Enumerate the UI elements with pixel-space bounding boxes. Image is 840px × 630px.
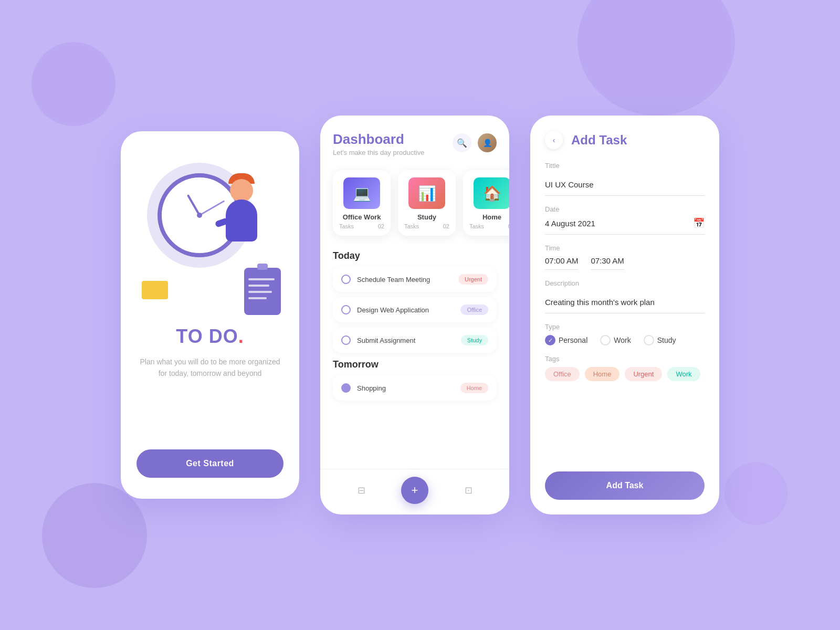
tags-field-group: Tags Office Home Urgent Work xyxy=(545,355,705,381)
task-badge-2: Study xyxy=(461,335,488,345)
task-name-3: Shopping xyxy=(357,384,386,392)
task-left-3: Shopping xyxy=(341,383,386,393)
title-label: Tittle xyxy=(545,162,705,170)
type-personal[interactable]: ✓ Personal xyxy=(545,335,587,345)
today-heading: Today xyxy=(333,250,497,261)
type-study[interactable]: Study xyxy=(644,335,676,345)
home-name: Home xyxy=(469,213,509,221)
tag-urgent[interactable]: Urgent xyxy=(625,367,662,381)
tomorrow-heading: Tomorrow xyxy=(333,359,497,370)
nav-list-icon: ⊡ xyxy=(465,485,472,496)
add-task-title: Add Task xyxy=(571,133,627,148)
app-container: TO DO. Plan what you will do to be more … xyxy=(121,116,719,514)
home-icon: 🏠 xyxy=(474,177,509,209)
tag-home[interactable]: Home xyxy=(585,367,620,381)
user-avatar[interactable]: 👤 xyxy=(478,133,497,152)
task-circle-2[interactable] xyxy=(341,335,351,345)
date-value: 4 August 2021 xyxy=(545,219,595,228)
date-label: Date xyxy=(545,205,705,213)
type-options: ✓ Personal Work Study xyxy=(545,335,705,345)
search-icon: 🔍 xyxy=(457,138,467,148)
time-end[interactable]: 07:30 AM xyxy=(591,256,624,270)
avatar-initials: 👤 xyxy=(478,133,497,152)
tag-office[interactable]: Office xyxy=(545,367,580,381)
dashboard-title-group: Dashboard Let's make this day productive xyxy=(333,131,424,156)
dashboard-subtitle: Let's make this day productive xyxy=(333,149,424,156)
type-work-label: Work xyxy=(614,336,631,344)
type-work-check xyxy=(600,335,611,345)
nav-add-button[interactable]: + xyxy=(401,477,428,504)
back-button[interactable]: ‹ xyxy=(545,131,563,149)
category-cards: 💻 Office Work Tasks 02 📊 Study Tasks 02 … xyxy=(320,165,509,244)
search-button[interactable]: 🔍 xyxy=(453,133,471,152)
office-work-tasks: Tasks 02 xyxy=(339,223,384,229)
time-field-group: Time 07:00 AM 07:30 AM xyxy=(545,244,705,270)
description-field-group: Description Creating this month's work p… xyxy=(545,279,705,313)
task-item-0[interactable]: Schedule Team Meeting Urgent xyxy=(333,267,497,292)
character-illustration xyxy=(215,158,278,252)
task-name-1: Design Web Application xyxy=(357,306,429,314)
todo-title: TO DO. xyxy=(176,326,244,348)
bg-decoration-4 xyxy=(724,462,788,525)
category-card-study[interactable]: 📊 Study Tasks 02 xyxy=(398,170,456,236)
type-study-check xyxy=(644,335,654,345)
home-tasks: Tasks 02 xyxy=(469,223,509,229)
nav-list-button[interactable]: ⊡ xyxy=(458,480,479,501)
date-input[interactable]: 4 August 2021 📅 xyxy=(545,217,705,235)
bg-decoration-2 xyxy=(32,42,116,126)
bg-decoration-1 xyxy=(578,0,735,116)
task-circle-1[interactable] xyxy=(341,305,351,314)
type-work[interactable]: Work xyxy=(600,335,631,345)
tag-work[interactable]: Work xyxy=(667,367,700,381)
task-name-2: Submit Assignment xyxy=(357,337,415,344)
study-name: Study xyxy=(404,213,449,221)
dashboard-header: Dashboard Let's make this day productive… xyxy=(320,116,509,165)
nav-home-button[interactable]: ⊟ xyxy=(351,480,372,501)
description-label: Description xyxy=(545,279,705,287)
category-card-office-work[interactable]: 💻 Office Work Tasks 02 xyxy=(333,170,391,236)
type-label: Type xyxy=(545,323,705,331)
task-left-1: Design Web Application xyxy=(341,305,429,314)
tags-row: Office Home Urgent Work xyxy=(545,367,705,381)
dashboard-title: Dashboard xyxy=(333,131,424,148)
task-item-1[interactable]: Design Web Application Office xyxy=(333,297,497,322)
task-badge-3: Home xyxy=(460,383,488,393)
title-field-group: Tittle UI UX Course xyxy=(545,162,705,196)
todo-title-text: TO DO xyxy=(176,326,238,347)
time-end-block: 07:30 AM xyxy=(591,256,624,270)
illustration-area xyxy=(136,152,284,320)
date-field-group: Date 4 August 2021 📅 xyxy=(545,205,705,235)
time-label: Time xyxy=(545,244,705,252)
category-card-home[interactable]: 🏠 Home Tasks 02 xyxy=(463,170,509,236)
clipboard-line-1 xyxy=(248,278,275,280)
envelope-illustration xyxy=(142,281,168,299)
clipboard-top xyxy=(257,264,268,270)
dashboard-screen: Dashboard Let's make this day productive… xyxy=(320,116,509,514)
type-field-group: Type ✓ Personal Work Study xyxy=(545,323,705,345)
clipboard-line-4 xyxy=(248,297,267,299)
study-icon: 📊 xyxy=(408,177,445,209)
time-start[interactable]: 07:00 AM xyxy=(545,256,578,270)
clipboard-line-2 xyxy=(248,285,269,287)
onboarding-screen: TO DO. Plan what you will do to be more … xyxy=(121,131,299,499)
time-start-block: 07:00 AM xyxy=(545,256,578,270)
study-tasks: Tasks 02 xyxy=(404,223,449,229)
title-input[interactable]: UI UX Course xyxy=(545,174,705,196)
type-personal-label: Personal xyxy=(559,336,587,344)
todo-subtitle: Plan what you will do to be more organiz… xyxy=(136,356,284,380)
tags-label: Tags xyxy=(545,355,705,363)
task-circle-3[interactable] xyxy=(341,383,351,393)
office-work-icon: 💻 xyxy=(343,177,380,209)
task-item-2[interactable]: Submit Assignment Study xyxy=(333,328,497,353)
add-task-button[interactable]: Add Task xyxy=(545,471,705,500)
add-task-header: ‹ Add Task xyxy=(545,131,705,149)
task-circle-0[interactable] xyxy=(341,275,351,284)
task-item-3[interactable]: Shopping Home xyxy=(333,375,497,401)
get-started-button[interactable]: Get Started xyxy=(136,449,284,478)
add-task-screen: ‹ Add Task Tittle UI UX Course Date 4 Au… xyxy=(530,116,719,514)
bottom-nav: ⊟ + ⊡ xyxy=(320,469,509,514)
nav-add-icon: + xyxy=(412,484,418,497)
nav-home-icon: ⊟ xyxy=(358,485,365,496)
description-input[interactable]: Creating this month's work plan xyxy=(545,291,705,313)
type-study-label: Study xyxy=(657,336,676,344)
